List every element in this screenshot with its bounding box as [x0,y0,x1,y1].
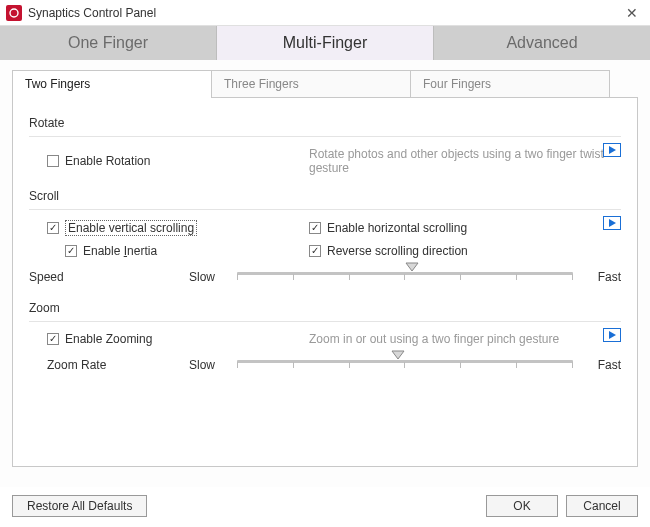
title-bar: Synaptics Control Panel ✕ [0,0,650,26]
close-icon[interactable]: ✕ [620,5,644,21]
speed-label: Speed [29,270,189,284]
checkbox-icon [309,245,321,257]
slider-thumb-icon [405,259,419,273]
enable-inertia-checkbox[interactable]: Enable Inertia [65,244,157,258]
svg-point-0 [10,9,18,17]
tab-four-fingers[interactable]: Four Fingers [410,70,610,98]
window-title: Synaptics Control Panel [28,6,620,20]
enable-zooming-label: Enable Zooming [65,332,152,346]
scroll-video-icon[interactable] [603,216,621,230]
enable-horizontal-scrolling-checkbox[interactable]: Enable horizontal scrolling [309,221,467,235]
main-tab-strip: One Finger Multi-Finger Advanced [0,26,650,60]
zoom-slow-label: Slow [189,358,237,372]
enable-inertia-label: Enable Inertia [83,244,157,258]
speed-slow-label: Slow [189,270,237,284]
enable-vertical-scrolling-checkbox[interactable]: Enable vertical scrolling [47,220,197,236]
ok-button[interactable]: OK [486,495,558,517]
zoom-heading: Zoom [29,301,621,315]
speed-fast-label: Fast [573,270,621,284]
tab-one-finger[interactable]: One Finger [0,26,217,60]
tab-advanced[interactable]: Advanced [434,26,650,60]
cancel-button[interactable]: Cancel [566,495,638,517]
checkbox-icon [47,333,59,345]
zoom-fast-label: Fast [573,358,621,372]
enable-rotation-checkbox[interactable]: Enable Rotation [47,154,150,168]
checkbox-icon [309,222,321,234]
tab-three-fingers[interactable]: Three Fingers [211,70,411,98]
enable-horizontal-scrolling-label: Enable horizontal scrolling [327,221,467,235]
reverse-scrolling-label: Reverse scrolling direction [327,244,468,258]
settings-panel: Rotate Enable Rotation Rotate photos and… [12,97,638,467]
speed-slider[interactable] [237,266,573,287]
app-icon [6,5,22,21]
footer: Restore All Defaults OK Cancel [0,487,650,527]
rotate-description: Rotate photos and other objects using a … [309,147,621,175]
zoom-video-icon[interactable] [603,328,621,342]
svg-marker-5 [406,263,418,271]
restore-defaults-button[interactable]: Restore All Defaults [12,495,147,517]
sub-tab-strip: Two Fingers Three Fingers Four Fingers [12,70,638,98]
zoom-rate-label: Zoom Rate [29,358,189,372]
enable-zooming-checkbox[interactable]: Enable Zooming [47,332,152,346]
enable-rotation-label: Enable Rotation [65,154,150,168]
scroll-heading: Scroll [29,189,621,203]
zoom-description: Zoom in or out using a two finger pinch … [309,332,559,346]
rotate-heading: Rotate [29,116,621,130]
checkbox-icon [47,222,59,234]
rotate-video-icon[interactable] [603,143,621,157]
zoom-rate-slider[interactable] [237,354,573,375]
checkbox-icon [65,245,77,257]
tab-multi-finger[interactable]: Multi-Finger [217,26,434,60]
slider-thumb-icon [391,347,405,361]
enable-vertical-scrolling-label: Enable vertical scrolling [65,220,197,236]
checkbox-icon [47,155,59,167]
tab-two-fingers[interactable]: Two Fingers [12,70,212,98]
reverse-scrolling-checkbox[interactable]: Reverse scrolling direction [309,244,468,258]
svg-marker-8 [392,351,404,359]
